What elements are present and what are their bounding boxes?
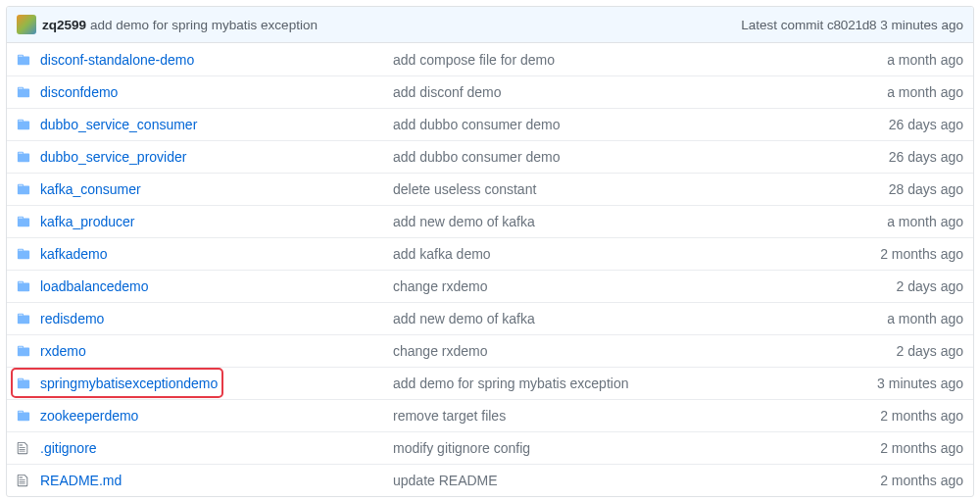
table-row: dubbo_service_consumeradd dubbo consumer… xyxy=(7,108,973,140)
folder-icon xyxy=(17,182,40,196)
file-name-cell: dubbo_service_provider xyxy=(40,147,393,167)
commit-message-cell[interactable]: modify gitignore config xyxy=(393,438,846,458)
file-link[interactable]: README.md xyxy=(40,473,122,488)
folder-icon xyxy=(17,53,40,67)
file-name-cell: loadbalancedemo xyxy=(40,276,393,296)
table-row: README.mdupdate README2 months ago xyxy=(7,464,973,496)
folder-icon xyxy=(17,150,40,164)
file-link[interactable]: zookeeperdemo xyxy=(40,408,138,424)
folder-icon xyxy=(17,344,40,358)
commit-message-cell[interactable]: update README xyxy=(393,471,846,490)
table-row: disconf-standalone-demoadd compose file … xyxy=(7,43,973,75)
commit-message-cell[interactable]: add new demo of kafka xyxy=(393,309,846,328)
time-cell: a month ago xyxy=(846,50,963,70)
folder-icon xyxy=(17,215,40,228)
table-row: rxdemochange rxdemo2 days ago xyxy=(7,334,973,367)
folder-icon xyxy=(17,279,40,293)
commit-message-cell[interactable]: change rxdemo xyxy=(393,341,846,361)
time-cell: 3 minutes ago xyxy=(846,374,963,393)
file-name-cell: disconf-standalone-demo xyxy=(40,50,393,70)
folder-icon xyxy=(17,312,40,326)
file-name-cell: zookeeperdemo xyxy=(40,406,393,426)
time-cell: 26 days ago xyxy=(846,147,963,167)
table-row: kafka_produceradd new demo of kafkaa mon… xyxy=(7,205,973,237)
file-link[interactable]: dubbo_service_provider xyxy=(40,149,186,165)
file-rows-container: disconf-standalone-demoadd compose file … xyxy=(7,43,973,496)
file-name-cell: rxdemo xyxy=(40,341,393,361)
commit-message-cell[interactable]: add dubbo consumer demo xyxy=(393,147,846,167)
table-row: dubbo_service_provideradd dubbo consumer… xyxy=(7,140,973,173)
file-link[interactable]: kafka_producer xyxy=(40,214,135,229)
commit-message-cell[interactable]: add demo for spring mybatis exception xyxy=(393,374,846,393)
time-cell: 2 months ago xyxy=(846,438,963,458)
table-row: springmybatisexceptiondemoadd demo for s… xyxy=(7,367,973,399)
commit-header: zq2599 add demo for spring mybatis excep… xyxy=(7,7,973,43)
file-icon xyxy=(17,441,40,455)
time-cell: 2 days ago xyxy=(846,276,963,296)
file-name-cell: kafkademo xyxy=(40,244,393,264)
table-row: loadbalancedemochange rxdemo2 days ago xyxy=(7,270,973,302)
file-name-cell: springmybatisexceptiondemo xyxy=(40,374,393,393)
file-link[interactable]: disconf-standalone-demo xyxy=(40,52,194,68)
commit-message-cell[interactable]: add kafka demo xyxy=(393,244,846,264)
file-name-cell: redisdemo xyxy=(40,309,393,328)
commit-message-cell[interactable]: delete useless constant xyxy=(393,179,846,199)
commit-sha[interactable]: c8021d8 xyxy=(827,18,876,32)
table-row: kafka_consumerdelete useless constant28 … xyxy=(7,173,973,205)
commit-message-cell[interactable]: add disconf demo xyxy=(393,82,846,102)
file-name-cell: disconfdemo xyxy=(40,82,393,102)
table-row: disconfdemoadd disconf demoa month ago xyxy=(7,75,973,108)
time-cell: a month ago xyxy=(846,82,963,102)
file-name-cell: kafka_producer xyxy=(40,212,393,231)
time-cell: a month ago xyxy=(846,212,963,231)
commit-message-cell[interactable]: remove target files xyxy=(393,406,846,426)
file-name-cell: dubbo_service_consumer xyxy=(40,115,393,134)
commit-message-cell[interactable]: add compose file for demo xyxy=(393,50,846,70)
table-row: zookeeperdemoremove target files2 months… xyxy=(7,399,973,431)
time-cell: 28 days ago xyxy=(846,179,963,199)
folder-icon xyxy=(17,409,40,423)
folder-icon xyxy=(17,376,40,390)
commit-message-cell[interactable]: add dubbo consumer demo xyxy=(393,115,846,134)
commit-message[interactable]: add demo for spring mybatis exception xyxy=(90,18,318,32)
time-cell: 26 days ago xyxy=(846,115,963,134)
file-name-cell: .gitignore xyxy=(40,438,393,458)
latest-commit-info: Latest commit c8021d8 3 minutes ago xyxy=(741,18,963,32)
commit-message-cell[interactable]: add new demo of kafka xyxy=(393,212,846,231)
file-list-box: zq2599 add demo for spring mybatis excep… xyxy=(6,6,974,497)
time-cell: 2 months ago xyxy=(846,471,963,490)
folder-icon xyxy=(17,118,40,131)
file-link[interactable]: kafka_consumer xyxy=(40,181,141,197)
file-name-cell: kafka_consumer xyxy=(40,179,393,199)
folder-icon xyxy=(17,85,40,99)
table-row: redisdemoadd new demo of kafkaa month ag… xyxy=(7,302,973,334)
latest-commit-label: Latest commit xyxy=(741,18,823,32)
file-link[interactable]: springmybatisexceptiondemo xyxy=(40,376,218,391)
table-row: kafkademoadd kafka demo2 months ago xyxy=(7,237,973,270)
file-link[interactable]: kafkademo xyxy=(40,246,107,262)
time-cell: 2 months ago xyxy=(846,406,963,426)
file-name-cell: README.md xyxy=(40,471,393,490)
time-cell: 2 days ago xyxy=(846,341,963,361)
avatar[interactable] xyxy=(17,15,36,34)
file-link[interactable]: disconfdemo xyxy=(40,84,118,100)
file-link[interactable]: .gitignore xyxy=(40,440,97,456)
file-link[interactable]: loadbalancedemo xyxy=(40,278,149,294)
author-link[interactable]: zq2599 xyxy=(42,18,86,32)
folder-icon xyxy=(17,247,40,261)
table-row: .gitignoremodify gitignore config2 month… xyxy=(7,431,973,464)
file-link[interactable]: rxdemo xyxy=(40,343,86,359)
commit-time: 3 minutes ago xyxy=(880,18,963,32)
time-cell: 2 months ago xyxy=(846,244,963,264)
file-icon xyxy=(17,474,40,487)
file-link[interactable]: dubbo_service_consumer xyxy=(40,117,197,132)
file-link[interactable]: redisdemo xyxy=(40,311,104,326)
time-cell: a month ago xyxy=(846,309,963,328)
commit-message-cell[interactable]: change rxdemo xyxy=(393,276,846,296)
